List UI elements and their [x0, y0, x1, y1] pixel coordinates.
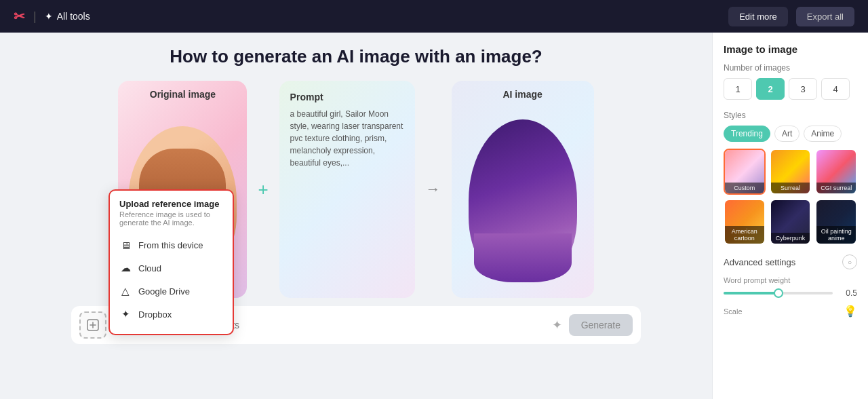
style-card-american[interactable]: American cartoon — [724, 199, 766, 245]
prompt-card: Prompt a beautiful girl, Sailor Moon sty… — [279, 81, 415, 298]
style-cyberpunk-label: Cyberpunk — [771, 233, 810, 244]
style-american-label: American cartoon — [725, 226, 764, 244]
plus-icon: + — [258, 179, 268, 200]
style-custom-label: Custom — [725, 183, 764, 193]
google-drive-icon: △ — [119, 285, 132, 297]
upload-from-device[interactable]: 🖥 From this device — [110, 233, 233, 256]
dropbox-icon: ✦ — [119, 308, 132, 320]
upload-popup-subtitle: Reference image is used to generate the … — [110, 210, 233, 233]
upload-cloud-label: Cloud — [138, 263, 161, 273]
prompt-card-label: Prompt — [290, 92, 404, 102]
lightbulb-icon: 💡 — [844, 305, 857, 318]
styles-label: Styles — [724, 111, 857, 120]
slider-value: 0.5 — [838, 288, 857, 298]
style-card-custom[interactable]: Custom — [724, 149, 766, 195]
num-btn-1[interactable]: 1 — [724, 78, 752, 100]
upload-gdrive-label: Google Drive — [138, 286, 190, 297]
scale-row: Scale 💡 — [724, 305, 857, 318]
num-images-row: 1 2 3 4 — [724, 78, 857, 100]
styles-grid: Custom Surreal CGI surreal American cart… — [724, 149, 857, 245]
num-images-label: Number of images — [724, 63, 857, 73]
generate-button[interactable]: Generate — [569, 314, 633, 336]
advanced-settings-label: Advanced settings — [724, 257, 795, 267]
style-tab-anime[interactable]: Anime — [804, 126, 842, 142]
slider-track[interactable] — [724, 292, 833, 294]
upload-popup: Upload reference image Reference image i… — [108, 189, 234, 335]
alltools-icon: ✦ — [45, 11, 53, 22]
nav-divider: | — [33, 10, 37, 24]
right-sidebar: Image to image Number of images 1 2 3 4 … — [712, 33, 868, 399]
upload-dropbox[interactable]: ✦ Dropbox — [110, 303, 233, 326]
all-tools-nav[interactable]: ✦ All tools — [45, 11, 90, 22]
original-card-label: Original image — [144, 81, 221, 104]
word-prompt-weight-label: Word prompt weight — [724, 276, 857, 284]
upload-cloud[interactable]: ☁ Cloud — [110, 256, 233, 280]
slider-row: 0.5 — [724, 288, 857, 298]
magic-wand-icon[interactable]: ✦ — [552, 318, 562, 332]
main-container: How to generate an AI image with an imag… — [0, 33, 868, 399]
style-oil-label: Oil painting anime — [816, 226, 856, 244]
export-all-button[interactable]: Export all — [796, 7, 854, 26]
cloud-icon: ☁ — [119, 262, 132, 274]
style-card-oil[interactable]: Oil painting anime — [815, 199, 857, 245]
upload-device-label: From this device — [138, 240, 203, 250]
slider-fill — [724, 292, 778, 294]
arrow-connector: → — [423, 180, 443, 198]
style-cgi-label: CGI surreal — [816, 183, 856, 193]
style-surreal-label: Surreal — [771, 183, 810, 193]
style-card-cgi[interactable]: CGI surreal — [815, 149, 857, 195]
advanced-settings-row: Advanced settings ○ — [724, 254, 857, 269]
style-tab-art[interactable]: Art — [774, 126, 800, 142]
ai-face-visual — [469, 119, 577, 282]
device-icon: 🖥 — [119, 239, 132, 251]
sidebar-section-title: Image to image — [724, 43, 857, 55]
upload-google-drive[interactable]: △ Google Drive — [110, 280, 233, 303]
style-tab-trending[interactable]: Trending — [724, 126, 770, 142]
content-area: How to generate an AI image with an imag… — [0, 33, 712, 399]
style-card-cyberpunk[interactable]: Cyberpunk — [770, 199, 812, 245]
workflow-area: Original image + Prompt a beautiful girl… — [20, 81, 692, 298]
num-btn-4[interactable]: 4 — [821, 78, 850, 100]
upload-popup-title: Upload reference image — [110, 199, 233, 210]
edit-more-button[interactable]: Edit more — [728, 7, 788, 26]
advanced-settings-toggle[interactable]: ○ — [842, 254, 857, 269]
arrow-icon: → — [426, 180, 441, 198]
ai-image-area — [452, 104, 594, 298]
topnav: ✂ | ✦ All tools Edit more Export all — [0, 0, 868, 33]
slider-thumb[interactable] — [774, 288, 783, 298]
upload-dropbox-label: Dropbox — [138, 309, 172, 320]
upload-thumb-icon — [86, 318, 100, 332]
alltools-label: All tools — [57, 11, 90, 22]
ai-card-label: AI image — [497, 81, 547, 104]
style-card-surreal[interactable]: Surreal — [770, 149, 812, 195]
upload-thumb-button[interactable] — [79, 311, 106, 339]
prompt-card-text: a beautiful girl, Sailor Moon style, wea… — [290, 108, 404, 169]
scale-label: Scale — [724, 307, 743, 316]
num-btn-2[interactable]: 2 — [756, 78, 785, 100]
num-btn-3[interactable]: 3 — [789, 78, 817, 100]
plus-connector: + — [255, 179, 271, 200]
page-title: How to generate an AI image with an imag… — [20, 46, 692, 67]
logo-icon: ✂ — [14, 8, 25, 24]
styles-tabs: Trending Art Anime — [724, 126, 857, 142]
ai-image-card: AI image — [452, 81, 594, 298]
